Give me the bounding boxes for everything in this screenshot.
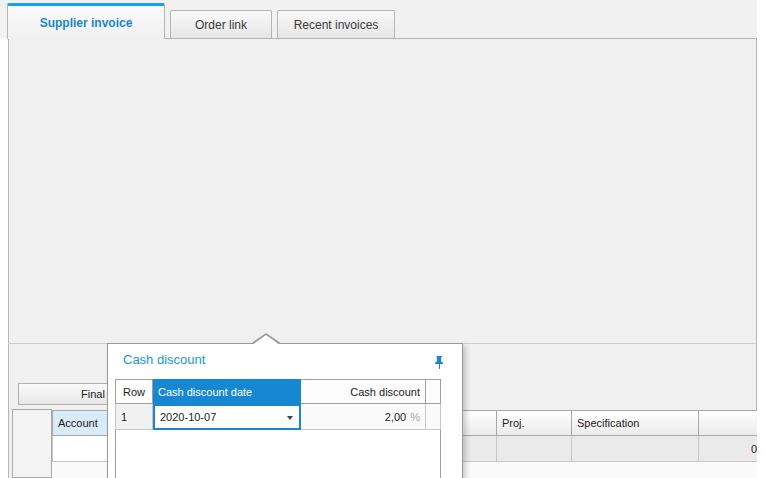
tab-order-link-label: Order link — [195, 18, 247, 32]
posting-column-specification-label: Specification — [577, 417, 639, 429]
popup-callout-arrow-fill — [252, 335, 280, 345]
posting-column-proj-label: Proj. — [502, 417, 525, 429]
posting-column-specification[interactable]: Specification — [572, 410, 699, 436]
cash-discount-row-number: 1 — [121, 411, 127, 423]
right-margin — [757, 0, 766, 478]
cash-discount-column-discount-label: Cash discount — [350, 386, 420, 398]
pin-icon[interactable] — [434, 355, 445, 370]
posting-column-proj[interactable]: Proj. — [497, 410, 572, 436]
supplier-invoice-window: Supplier invoice Order link Recent invoi… — [0, 0, 766, 478]
cash-discount-column-date[interactable]: Cash discount date — [153, 379, 301, 404]
cash-discount-grid-empty-area — [115, 430, 441, 478]
posting-cell-specification — [572, 436, 699, 462]
cash-discount-cell-discount[interactable]: 2,00% — [301, 404, 426, 430]
tab-supplier-invoice-label: Supplier invoice — [40, 16, 133, 30]
cash-discount-title: Cash discount — [123, 352, 205, 367]
tab-supplier-invoice[interactable]: Supplier invoice — [7, 3, 165, 39]
cash-discount-value: 2,00 — [385, 411, 406, 423]
cash-discount-column-date-label: Cash discount date — [158, 386, 252, 398]
tab-recent-invoices-label: Recent invoices — [294, 18, 379, 32]
cash-discount-cell-filler — [426, 404, 441, 430]
cash-discount-date-picker[interactable]: 2020-10-07 — [153, 404, 301, 430]
chevron-down-icon — [287, 416, 293, 420]
final-posting-button-label: Final — [81, 388, 105, 400]
cash-discount-column-row[interactable]: Row — [115, 379, 153, 404]
cash-discount-column-filler — [426, 379, 441, 404]
cash-discount-cell-row: 1 — [115, 404, 153, 430]
posting-column-account-label: Account — [58, 417, 98, 429]
cash-discount-unit: % — [410, 411, 420, 423]
posting-cell-proj — [497, 436, 572, 462]
tab-recent-invoices[interactable]: Recent invoices — [277, 10, 395, 38]
cash-discount-date-value: 2020-10-07 — [160, 411, 216, 423]
tab-order-link[interactable]: Order link — [170, 10, 272, 38]
cash-discount-column-row-label: Row — [123, 386, 145, 398]
posting-row-toolbar — [12, 409, 52, 478]
cash-discount-popup: Cash discount Row Cash discount date Cas… — [107, 343, 463, 478]
posting-cell-amount: 0 — [699, 436, 764, 462]
cash-discount-column-discount[interactable]: Cash discount — [301, 379, 426, 404]
posting-column-amount[interactable] — [699, 410, 764, 436]
